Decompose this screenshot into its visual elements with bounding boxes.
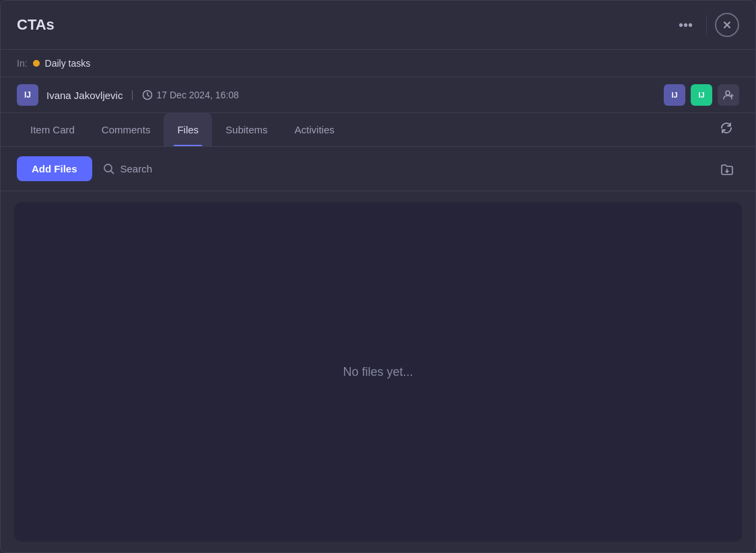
empty-files-message: No files yet... <box>343 365 413 379</box>
svg-point-2 <box>104 164 112 172</box>
tab-files[interactable]: Files <box>164 113 212 146</box>
refresh-icon <box>719 121 734 135</box>
header-actions: ••• <box>673 13 739 37</box>
breadcrumb-in-label: In: <box>17 58 28 69</box>
modal-title: CTAs <box>17 16 55 34</box>
refresh-button[interactable] <box>714 115 739 145</box>
clock-icon <box>142 90 153 100</box>
close-icon <box>722 20 732 30</box>
tab-item-card[interactable]: Item Card <box>17 113 88 146</box>
author-name: Ivana Jakovljevic <box>46 90 123 101</box>
meta-separator: | <box>131 89 133 101</box>
import-folder-button[interactable] <box>715 157 739 181</box>
modal-container: CTAs ••• In: Daily tasks IJ Ivana Jakovl… <box>0 0 756 553</box>
modal-header: CTAs ••• <box>1 1 755 50</box>
timestamp-text: 17 Dec 2024, 16:08 <box>157 90 239 100</box>
tabs-bar: Item Card Comments Files Subitems Activi… <box>1 113 755 147</box>
search-box <box>103 163 704 175</box>
add-files-button[interactable]: Add Files <box>17 156 92 181</box>
more-options-button[interactable]: ••• <box>673 15 698 36</box>
breadcrumb-dot <box>33 60 40 67</box>
meta-right: IJ IJ <box>664 84 739 106</box>
meta-left: IJ Ivana Jakovljevic | 17 Dec 2024, 16:0… <box>17 84 239 106</box>
search-input[interactable] <box>121 163 704 174</box>
files-toolbar: Add Files <box>1 147 755 191</box>
header-divider <box>706 15 707 35</box>
meta-bar: IJ Ivana Jakovljevic | 17 Dec 2024, 16:0… <box>1 77 755 113</box>
author-avatar: IJ <box>17 84 38 106</box>
empty-files-area: No files yet... <box>14 202 742 542</box>
meta-timestamp: 17 Dec 2024, 16:08 <box>142 90 239 100</box>
invite-button[interactable] <box>718 84 739 106</box>
content-area: No files yet... <box>1 191 755 552</box>
tab-activities[interactable]: Activities <box>281 113 348 146</box>
collaborator-avatar-1: IJ <box>664 84 685 106</box>
add-person-icon <box>722 89 734 101</box>
close-button[interactable] <box>715 13 739 37</box>
tab-subitems[interactable]: Subitems <box>212 113 281 146</box>
breadcrumb-group-link[interactable]: Daily tasks <box>45 58 91 69</box>
tab-comments[interactable]: Comments <box>88 113 164 146</box>
import-folder-icon <box>720 162 734 176</box>
search-icon <box>103 163 115 175</box>
breadcrumb: In: Daily tasks <box>1 50 755 77</box>
svg-point-1 <box>726 91 730 95</box>
collaborator-avatar-2: IJ <box>691 84 712 106</box>
